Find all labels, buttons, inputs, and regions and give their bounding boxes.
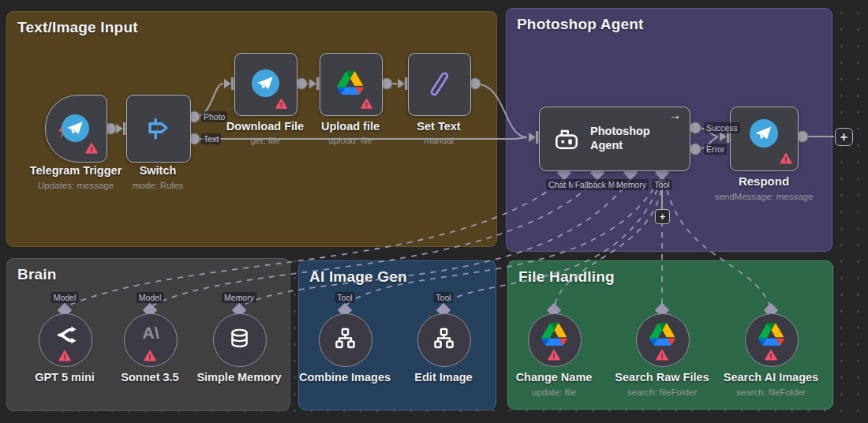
telegram-icon <box>750 119 778 148</box>
node-label: Respond <box>739 174 789 188</box>
node-label: GPT 5 mini <box>35 371 95 384</box>
warning-icon <box>275 98 287 110</box>
arrow-icon: → <box>669 108 681 122</box>
warning-icon <box>548 349 560 361</box>
switch-icon <box>144 114 171 141</box>
node-sublabel: search: fileFolder <box>736 387 806 397</box>
anthropic-icon: A\ <box>136 324 166 343</box>
agent-title-line1: Photoshop <box>590 124 650 138</box>
port-label-tool: Tool <box>433 292 453 303</box>
node-label: Sonnet 3.5 <box>121 371 178 384</box>
node-label: Simple Memory <box>196 371 281 384</box>
sitemap-icon <box>432 327 455 350</box>
node-label: Telegram Trigger <box>30 164 122 177</box>
port-label-error: Error <box>704 144 727 155</box>
port-label-model: Model <box>51 292 79 303</box>
telegram-icon <box>62 114 89 142</box>
warning-icon <box>656 349 668 361</box>
port-label-photo: Photo <box>201 111 227 122</box>
port-label-tool: Tool <box>335 292 354 303</box>
google-drive-icon <box>649 323 675 346</box>
sitemap-icon <box>334 327 357 350</box>
edge-chatmodel-gpt[interactable] <box>66 179 564 306</box>
pencil-icon <box>425 69 452 96</box>
port-label-memory: Memory <box>222 292 256 303</box>
robot-icon <box>552 126 581 151</box>
add-tool-button[interactable]: + <box>655 209 670 224</box>
database-icon <box>228 327 251 350</box>
port-label-model: Model <box>137 292 164 303</box>
edge-memory-simplememory[interactable] <box>241 179 630 306</box>
node-sublabel: manual <box>424 136 454 145</box>
agent-title-line2: Agent <box>590 138 623 152</box>
node-sublabel: mode: Rules <box>133 181 184 190</box>
node-label: Change Name <box>516 371 593 384</box>
node-label: Switch <box>140 164 177 177</box>
node-sublabel: get: file <box>250 136 279 145</box>
node-label: Search AI Images <box>724 371 818 384</box>
openrouter-icon <box>54 324 77 346</box>
node-label: Set Text <box>417 120 460 133</box>
warning-icon <box>58 350 71 362</box>
node-sublabel: upload: file <box>328 136 372 145</box>
workflow-canvas[interactable]: Text/Image Input Photoshop Agent Brain A… <box>0 0 868 423</box>
node-sublabel: update: file <box>532 387 576 397</box>
edge-fallback-sonnet[interactable] <box>152 179 597 306</box>
warning-icon <box>765 349 777 361</box>
edge-settext-agent[interactable] <box>475 84 527 137</box>
google-drive-icon <box>337 71 364 95</box>
node-label: Search Raw Files <box>615 371 709 384</box>
google-drive-icon <box>758 323 784 346</box>
port-label-memory: Memory <box>614 179 649 190</box>
node-label: Upload file <box>321 120 380 133</box>
node-label: Edit Image <box>414 371 472 384</box>
add-next-node-button[interactable]: + <box>835 128 853 146</box>
warning-icon <box>85 142 98 155</box>
google-drive-icon <box>541 323 567 346</box>
telegram-icon <box>252 69 279 97</box>
warning-icon <box>780 152 792 165</box>
port-label-tool: Tool <box>652 179 672 190</box>
port-label-text: Text <box>201 133 221 144</box>
port-label-success: Success <box>704 122 740 133</box>
warning-icon <box>144 350 156 362</box>
node-sublabel: Updates: message <box>38 181 114 190</box>
node-label: Combine Images <box>299 371 391 384</box>
warning-icon <box>361 98 372 110</box>
node-sublabel: search: fileFolder <box>627 387 697 397</box>
node-sublabel: sendMessage: message <box>715 192 814 201</box>
node-label: Download File <box>226 120 304 133</box>
